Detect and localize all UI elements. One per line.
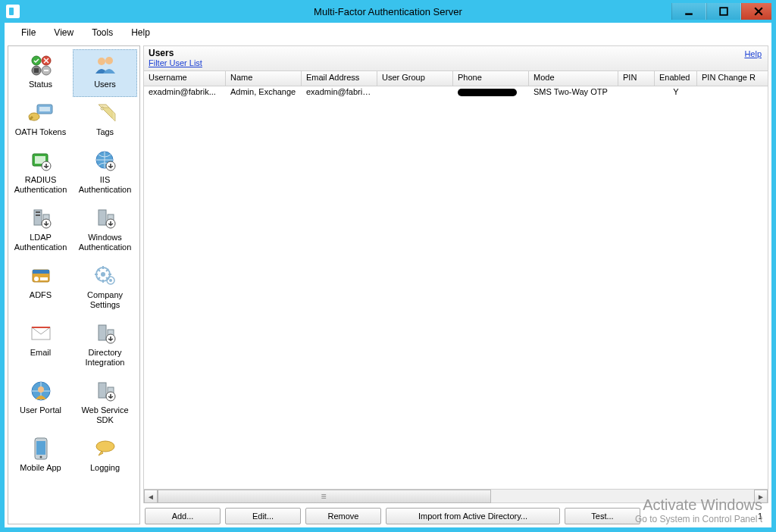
help-link[interactable]: Help [744,49,762,58]
col-phone[interactable]: Phone [453,71,529,86]
horizontal-scrollbar[interactable]: ◄ ≡ ► [144,489,768,502]
col-username[interactable]: Username [144,71,226,86]
col-pin-change[interactable]: PIN Change R [697,71,768,86]
sidebar-item-label: Users [74,80,136,89]
sidebar-item-ldap-auth[interactable]: LDAP Authentication [8,202,73,260]
cell-email: exadmin@fabrik... [302,86,377,100]
redacted-phone [458,89,517,96]
title-bar: Multi-Factor Authentication Server [0,0,776,23]
sidebar-item-label: User Portal [10,405,71,415]
sidebar-item-label: IIS Authentication [74,175,136,195]
users-table: Username Name Email Address User Group P… [143,71,768,503]
cell-pin [618,86,655,100]
company-settings-icon [94,265,117,286]
main-panel: Users Filter User List Help Username Nam… [140,42,771,527]
scroll-thumb[interactable]: ≡ [158,490,491,503]
panel-header: Users Filter User List Help [143,45,768,71]
sidebar-item-web-service-sdk[interactable]: Web Service SDK [73,375,137,433]
svg-rect-36 [32,327,50,328]
menu-bar: File View Tools Help [5,23,771,42]
menu-file[interactable]: File [14,25,43,40]
sidebar-item-label: Windows Authentication [74,233,136,252]
status-icon [30,55,52,76]
email-icon [30,324,52,343]
minimize-button[interactable] [671,3,706,20]
maximize-button[interactable] [706,3,741,20]
sidebar-item-label: ADFS [10,290,71,300]
sidebar-item-iis-auth[interactable]: IIS Authentication [73,145,137,202]
sidebar-item-company-settings[interactable]: Company Settings [73,260,137,318]
sidebar-item-directory-integration[interactable]: Directory Integration [73,318,137,375]
svg-rect-46 [36,441,45,455]
filter-user-list-link[interactable]: Filter User List [149,58,202,67]
oath-tokens-icon [28,102,54,124]
panel-title: Users [149,48,202,58]
svg-rect-1 [720,8,728,15]
sidebar-item-label: Web Service SDK [74,405,136,425]
sidebar-item-mobile-app[interactable]: Mobile App [8,433,73,480]
col-pin[interactable]: PIN [618,71,655,86]
mobile-app-icon [33,437,49,461]
sidebar-item-oath-tokens[interactable]: OATH Tokens [8,97,73,145]
col-name[interactable]: Name [226,71,302,86]
sidebar-item-label: Tags [74,127,136,137]
svg-point-47 [39,456,42,458]
col-user-group[interactable]: User Group [377,71,453,86]
radius-icon [30,149,52,172]
svg-point-8 [98,58,105,65]
sidebar-item-users[interactable]: Users [73,49,137,97]
sidebar-item-label: Mobile App [10,463,71,473]
svg-rect-42 [99,383,106,398]
cell-username: exadmin@fabrik... [144,86,226,100]
app-icon [6,5,20,18]
sidebar-item-email[interactable]: Email [8,318,73,375]
sidebar-item-adfs[interactable]: ADFS [8,260,73,318]
sidebar-item-radius-auth[interactable]: RADIUS Authentication [8,145,73,202]
sidebar-item-label: Status [10,80,71,89]
svg-point-34 [109,279,112,282]
sidebar-item-label: Company Settings [74,290,136,310]
col-enabled[interactable]: Enabled [655,71,697,86]
users-icon [93,54,117,77]
sidebar-item-tags[interactable]: Tags [73,97,137,145]
close-button[interactable] [741,3,776,20]
svg-point-41 [38,386,44,393]
sidebar-item-user-portal[interactable]: User Portal [8,375,73,433]
iis-icon [94,149,117,172]
remove-button[interactable]: Remove [305,508,381,524]
cell-phone [453,86,529,100]
sidebar-item-logging[interactable]: Logging [73,433,137,480]
svg-rect-5 [34,68,39,73]
svg-rect-20 [36,211,40,213]
button-row: Add... Edit... Remove Import from Active… [143,503,768,524]
col-email[interactable]: Email Address [302,71,377,86]
scroll-left-arrow[interactable]: ◄ [144,490,158,503]
table-row[interactable]: exadmin@fabrik... Admin, Exchange exadmi… [144,86,768,100]
add-button[interactable]: Add... [145,508,221,524]
svg-point-32 [101,272,105,277]
cell-name: Admin, Exchange [226,86,302,100]
sidebar: Status Users OATH Tokens Tags [8,45,140,524]
adfs-icon [30,265,52,286]
menu-view[interactable]: View [46,25,81,40]
sidebar-item-windows-auth[interactable]: Windows Authentication [73,202,137,260]
import-from-ad-button[interactable]: Import from Active Directory... [386,508,560,524]
ldap-icon [30,207,52,230]
svg-rect-0 [685,13,693,14]
windows-auth-icon [94,207,117,230]
scroll-right-arrow[interactable]: ► [754,490,768,503]
cell-pin-change [697,86,768,100]
col-mode[interactable]: Mode [529,71,618,86]
web-service-sdk-icon [94,380,117,402]
test-button[interactable]: Test... [565,508,640,524]
sidebar-item-status[interactable]: Status [8,49,73,97]
edit-button[interactable]: Edit... [225,508,301,524]
user-portal-icon [30,380,52,402]
menu-tools[interactable]: Tools [84,25,120,40]
svg-rect-21 [36,214,40,216]
sidebar-item-label: LDAP Authentication [10,233,71,252]
menu-help[interactable]: Help [124,25,158,40]
sidebar-item-label: RADIUS Authentication [10,175,71,195]
row-count: 1 [758,512,767,521]
svg-rect-7 [44,70,48,71]
